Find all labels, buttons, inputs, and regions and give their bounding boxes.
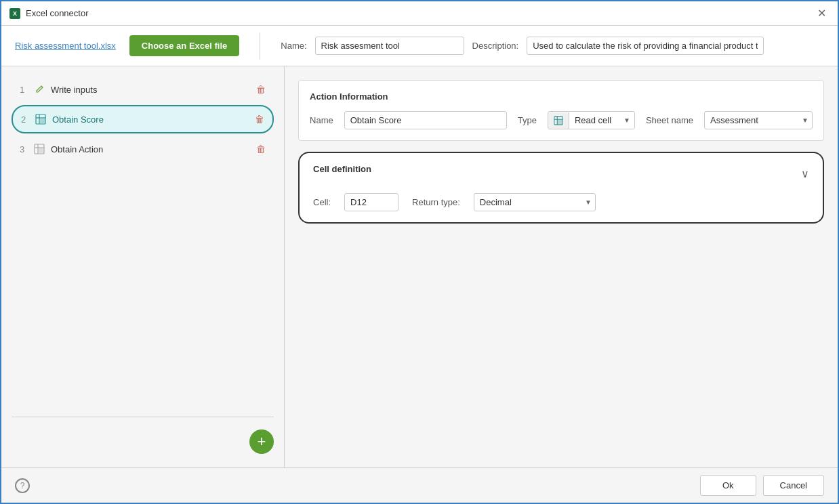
return-type-select[interactable]: Decimal Integer Text Boolean	[474, 193, 596, 211]
return-type-label: Return type:	[412, 197, 460, 207]
action-name-input[interactable]	[344, 111, 507, 129]
read-cell-icon-3	[33, 143, 45, 155]
action-item-obtain-score[interactable]: 2 Obtain Score 🗑	[12, 105, 274, 133]
cancel-button[interactable]: Cancel	[763, 475, 824, 496]
pencil-icon	[33, 83, 45, 96]
action-info-row: Name Type	[310, 111, 813, 129]
add-btn-container: +	[12, 423, 274, 457]
action-item-obtain-action[interactable]: 3 Obtain Action 🗑	[12, 136, 274, 162]
type-select-container: Read cell Write cell Run macro ▼	[548, 111, 635, 129]
cell-def-title: Cell definition	[313, 164, 371, 174]
name-label: Name:	[281, 41, 306, 51]
add-action-button[interactable]: +	[249, 429, 274, 454]
close-button[interactable]: ✕	[813, 5, 830, 22]
action-name-1: Write inputs	[51, 85, 256, 95]
choose-file-button[interactable]: Choose an Excel file	[129, 35, 239, 56]
vertical-divider	[260, 33, 260, 60]
excel-connector-dialog: X Excel connector ✕ Risk assessment tool…	[0, 0, 839, 504]
bottom-bar: ? Ok Cancel	[1, 467, 838, 503]
name-input[interactable]	[315, 37, 464, 55]
action-info-section: Action Information Name Type	[298, 80, 824, 141]
pencil-svg	[35, 85, 44, 94]
left-panel: 1 Write inputs 🗑 2	[1, 66, 285, 467]
cell-label: Cell:	[313, 197, 331, 207]
cell-input[interactable]	[344, 193, 398, 211]
main-content: 1 Write inputs 🗑 2	[1, 66, 838, 467]
svg-rect-11	[558, 120, 562, 124]
cell-definition-section: Cell definition ∨ Cell: Return type: Dec…	[298, 152, 824, 224]
file-link[interactable]: Risk assessment tool.xlsx	[15, 41, 116, 51]
collapse-icon[interactable]: ∨	[801, 167, 809, 180]
help-button[interactable]: ?	[15, 478, 30, 493]
delete-icon-3[interactable]: 🗑	[256, 144, 266, 154]
delete-icon-1[interactable]: 🗑	[256, 84, 266, 95]
action-name-3: Obtain Action	[51, 144, 256, 154]
action-number-2: 2	[21, 114, 35, 125]
type-icon	[548, 112, 569, 129]
delete-icon-2[interactable]: 🗑	[255, 114, 264, 125]
list-separator	[12, 417, 274, 417]
type-select-wrapper: Read cell Write cell Run macro ▼	[569, 112, 634, 129]
sheet-name-select[interactable]: Assessment Sheet1 Sheet2	[704, 111, 813, 129]
action-item-write-inputs[interactable]: 1 Write inputs 🗑	[12, 77, 274, 102]
read-cell-svg-2	[35, 114, 46, 125]
return-type-select-wrapper: Decimal Integer Text Boolean ▼	[474, 193, 596, 211]
sheet-select-wrapper: Assessment Sheet1 Sheet2 ▼	[704, 111, 813, 129]
right-panel: Action Information Name Type	[285, 66, 838, 467]
read-cell-svg-3	[34, 144, 45, 154]
action-name-label: Name	[310, 115, 333, 125]
sheet-name-label: Sheet name	[646, 115, 693, 125]
description-input[interactable]	[527, 37, 764, 55]
action-number-3: 3	[20, 144, 33, 154]
cell-def-header: Cell definition ∨	[313, 164, 809, 184]
bottom-buttons: Ok Cancel	[700, 475, 824, 496]
type-select[interactable]: Read cell Write cell Run macro	[569, 112, 634, 129]
top-bar: Risk assessment tool.xlsx Choose an Exce…	[1, 26, 838, 66]
read-cell-type-icon	[554, 116, 563, 125]
dialog-title: Excel connector	[26, 8, 89, 18]
svg-rect-7	[39, 148, 43, 153]
name-desc-area: Name: Description:	[281, 37, 824, 55]
ok-button[interactable]: Ok	[700, 475, 756, 496]
description-label: Description:	[472, 41, 519, 51]
action-info-title: Action Information	[310, 91, 813, 102]
cell-def-row: Cell: Return type: Decimal Integer Text …	[313, 193, 809, 211]
action-name-2: Obtain Score	[52, 114, 255, 125]
excel-icon: X	[9, 8, 20, 19]
action-number-1: 1	[20, 85, 33, 95]
title-bar: X Excel connector ✕	[1, 1, 838, 26]
type-label: Type	[518, 115, 537, 125]
action-list: 1 Write inputs 🗑 2	[12, 77, 274, 414]
svg-rect-3	[40, 119, 45, 123]
read-cell-icon-2	[35, 113, 47, 125]
title-bar-left: X Excel connector	[9, 8, 89, 19]
